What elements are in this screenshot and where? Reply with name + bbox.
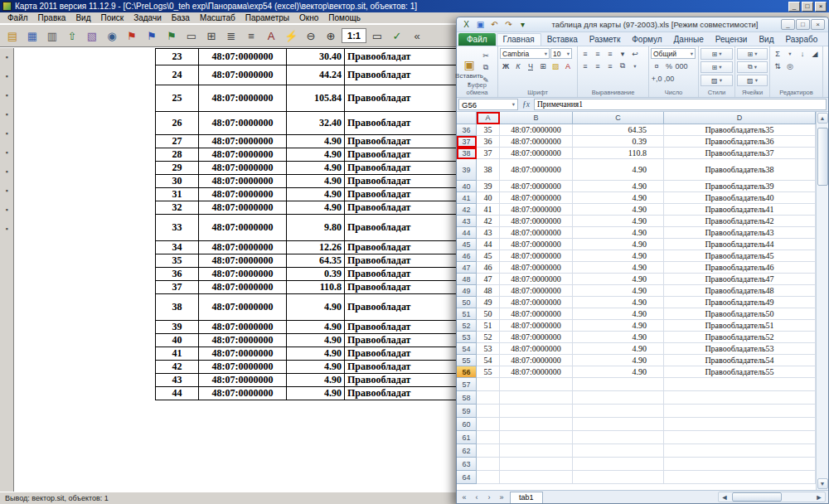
lightning-icon[interactable]: ⚡ <box>282 27 300 45</box>
row-header[interactable]: 59 <box>457 405 477 418</box>
cell-d[interactable] <box>664 444 816 458</box>
sheet-tab-tab1[interactable]: tab1 <box>510 492 543 503</box>
export-icon[interactable]: ⇧ <box>63 27 81 45</box>
cut-icon[interactable]: ✂ <box>480 50 492 61</box>
scroll-up-icon[interactable]: ▲ <box>817 113 828 124</box>
row-number-cell[interactable]: 36 <box>156 268 199 281</box>
cell-b[interactable] <box>500 431 573 444</box>
cell-a[interactable] <box>477 378 500 391</box>
clear-icon[interactable]: ◢ <box>809 48 821 59</box>
cell-d[interactable]: Правообладатель52 <box>664 332 816 343</box>
align-right-icon[interactable]: ≡ <box>604 61 616 71</box>
layers-icon[interactable]: ≣ <box>222 27 240 45</box>
cadastral-code-cell[interactable]: 48:07:0000000 <box>199 148 287 162</box>
menu-item[interactable]: Задачи <box>129 13 166 22</box>
row-header[interactable]: 57 <box>457 378 477 391</box>
cadastral-code-cell[interactable]: 48:07:0000000 <box>199 162 287 175</box>
area-value-cell[interactable]: 12.26 <box>287 241 345 254</box>
align-bottom-icon[interactable]: ≡ <box>604 48 616 59</box>
cell-d[interactable]: Правообладатель40 <box>664 192 816 204</box>
cell-d[interactable]: Правообладатель46 <box>664 262 816 274</box>
font-color-icon[interactable]: А <box>562 61 574 71</box>
row-header[interactable]: 47 <box>457 262 477 274</box>
row-number-cell[interactable]: 39 <box>156 321 199 334</box>
area-value-cell[interactable]: 4.90 <box>287 361 345 374</box>
cell-d[interactable] <box>664 391 816 405</box>
table-row[interactable]: 31 48:07:0000000 4.90 Правообладат <box>156 188 466 201</box>
cell-a[interactable]: 55 <box>477 366 500 378</box>
menu-item[interactable]: Окно <box>295 13 322 22</box>
cell-d[interactable]: Правообладатель41 <box>664 204 816 216</box>
row-header[interactable]: 61 <box>457 431 477 444</box>
left-toolbar-icon[interactable]: ▪ <box>1 166 12 177</box>
row-header[interactable]: 44 <box>457 227 477 239</box>
cadastral-code-cell[interactable]: 48:07:0000000 <box>199 135 287 148</box>
row-header[interactable]: 64 <box>457 471 477 484</box>
row-header[interactable]: 38 <box>457 148 477 159</box>
cell-d[interactable]: Правообладатель43 <box>664 227 816 239</box>
cell-a[interactable]: 49 <box>477 297 500 308</box>
find-select-icon[interactable]: ◎ <box>784 61 796 71</box>
scroll-down-icon[interactable]: ▼ <box>817 478 828 489</box>
row-number-cell[interactable]: 32 <box>156 201 199 215</box>
cadastral-code-cell[interactable]: 48:07:0000000 <box>199 347 287 361</box>
ribbon-tab[interactable]: Разрабо <box>780 34 824 46</box>
cell-b[interactable]: 48:07:0000000 <box>500 308 573 320</box>
cell-a[interactable]: 54 <box>477 355 500 366</box>
italic-icon[interactable]: К <box>512 61 524 71</box>
cell-a[interactable]: 52 <box>477 332 500 343</box>
table-row[interactable]: 43 48:07:0000000 4.90 Правообладат <box>156 374 466 387</box>
cell-b[interactable]: 48:07:0000000 <box>500 285 573 297</box>
row-number-cell[interactable]: 35 <box>156 254 199 268</box>
table-row[interactable]: 33 48:07:0000000 9.80 Правообладат <box>156 215 466 241</box>
cell-b[interactable]: 48:07:0000000 <box>500 148 573 159</box>
format-cells-button[interactable]: ▨▾ <box>737 75 768 86</box>
cell-a[interactable]: 47 <box>477 274 500 285</box>
cell-c[interactable]: 4.90 <box>573 204 664 216</box>
cell-c[interactable]: 4.90 <box>573 320 664 332</box>
cell-b[interactable]: 48:07:0000000 <box>500 181 573 192</box>
row-header[interactable]: 41 <box>457 192 477 204</box>
cell-b[interactable]: 48:07:0000000 <box>500 366 573 378</box>
align-left-icon[interactable]: ≡ <box>579 61 591 71</box>
cell-c[interactable] <box>573 458 664 471</box>
cell-c[interactable]: 4.90 <box>573 192 664 204</box>
autosum-dropdown-icon[interactable]: ▾ <box>784 48 796 59</box>
align-middle-icon[interactable]: ≡ <box>592 48 604 59</box>
cell-c[interactable]: 4.90 <box>573 355 664 366</box>
table-row[interactable]: 32 48:07:0000000 4.90 Правообладат <box>156 201 466 215</box>
row-header[interactable]: 36 <box>457 124 477 136</box>
ribbon-tab[interactable]: Главная <box>497 33 541 46</box>
cell-b[interactable] <box>500 471 573 484</box>
row-header[interactable]: 56 <box>457 366 477 378</box>
cadastral-code-cell[interactable]: 48:07:0000000 <box>199 321 287 334</box>
maximize-button[interactable]: □ <box>802 2 813 12</box>
table-row[interactable]: 26 48:07:0000000 32.40 Правообладат <box>156 112 466 135</box>
row-header[interactable]: 48 <box>457 274 477 285</box>
cell-a[interactable]: 46 <box>477 262 500 274</box>
area-value-cell[interactable]: 9.80 <box>287 215 345 241</box>
ribbon-tab[interactable]: моя вкл <box>823 25 829 46</box>
cell-d[interactable]: Правообладатель39 <box>664 181 816 192</box>
menu-item[interactable]: Правка <box>34 13 70 22</box>
cell-a[interactable] <box>477 391 500 405</box>
open-icon[interactable]: ▤ <box>3 27 22 45</box>
next-sheet-icon[interactable]: › <box>483 493 495 502</box>
left-toolbar-icon[interactable]: ▪ <box>1 223 12 235</box>
area-value-cell[interactable]: 4.90 <box>287 188 345 201</box>
area-value-cell[interactable]: 105.84 <box>287 85 345 112</box>
cell-d[interactable]: Правообладатель51 <box>664 320 816 332</box>
check-icon[interactable]: ✓ <box>388 27 406 45</box>
row-number-cell[interactable]: 25 <box>156 85 199 112</box>
left-toolbar-icon[interactable]: ▪ <box>1 147 12 158</box>
map-sheet-icon[interactable]: ▧ <box>83 27 101 45</box>
cell-d[interactable] <box>664 458 816 471</box>
formula-bar[interactable]: Примечания1 <box>534 99 827 110</box>
cell-a[interactable] <box>477 405 500 418</box>
owner-cell[interactable]: Правообладат <box>345 65 466 85</box>
cadastral-code-cell[interactable]: 48:07:0000000 <box>199 65 287 85</box>
cell-a[interactable]: 37 <box>477 148 500 159</box>
cell-d[interactable]: Правообладатель42 <box>664 216 816 227</box>
area-value-cell[interactable]: 44.24 <box>287 65 345 85</box>
cadastral-code-cell[interactable]: 48:07:0000000 <box>199 175 287 188</box>
